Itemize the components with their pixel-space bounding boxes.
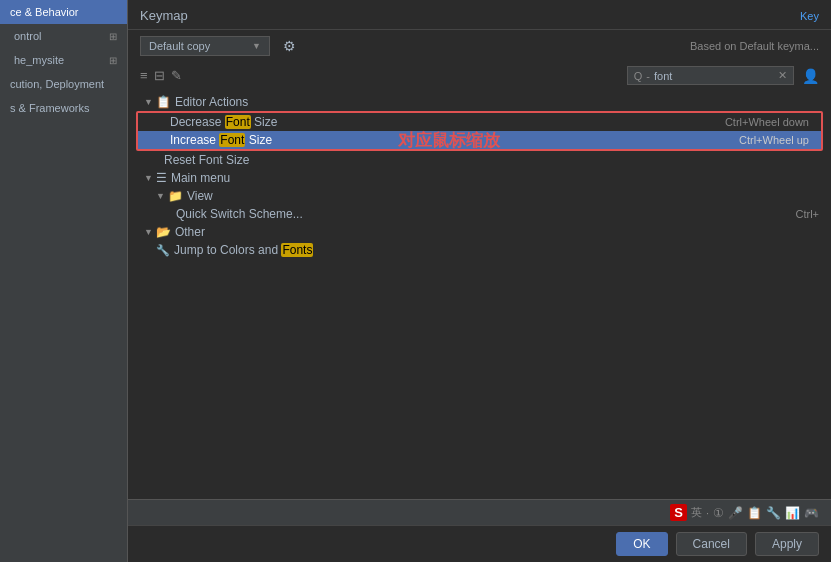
view-label: View: [187, 189, 819, 203]
taskbar-dot: ·: [706, 507, 709, 519]
taskbar-wrench-icon[interactable]: 🔧: [766, 506, 781, 520]
keymap-link[interactable]: Key: [800, 10, 819, 22]
keymap-title: Keymap: [140, 8, 188, 23]
search-separator: -: [646, 70, 650, 82]
taskbar: S 英 · ① 🎤 📋 🔧 📊 🎮: [128, 499, 831, 525]
ok-button[interactable]: OK: [616, 532, 667, 556]
quick-switch-shortcut: Ctrl+: [795, 208, 819, 220]
dropdown-arrow-icon: ▼: [252, 41, 261, 51]
toolbar-row: Default copy ▼ ⚙ Based on Default keyma.…: [128, 30, 831, 62]
tree-section-main-menu[interactable]: ▼ ☰ Main menu: [128, 169, 831, 187]
other-icon: 📂: [156, 225, 171, 239]
search-row: ≡ ⊟ ✎ Q - ✕ 👤: [128, 62, 831, 89]
search-box: Q - ✕: [627, 66, 794, 85]
sidebar-item-label: he_mysite: [14, 54, 64, 66]
toggle-icon: ▼: [156, 191, 165, 201]
reset-font-size-label: Reset Font Size: [164, 153, 819, 167]
keymap-header: Keymap Key: [128, 0, 831, 30]
increase-font-shortcut: Ctrl+Wheel up: [739, 134, 809, 146]
taskbar-chart-icon[interactable]: 📊: [785, 506, 800, 520]
settings-button[interactable]: ⚙: [278, 36, 301, 56]
quick-switch-label: Quick Switch Scheme...: [176, 207, 819, 221]
clear-icon[interactable]: ✕: [778, 69, 787, 82]
sidebar-item-frameworks[interactable]: s & Frameworks: [0, 96, 127, 120]
view-icon: 📁: [168, 189, 183, 203]
increase-font-size-item[interactable]: Increase Font Size 对应鼠标缩放 Ctrl+Wheel up: [138, 131, 821, 149]
toggle-icon: ▼: [144, 227, 153, 237]
red-border-group: Decrease Font Size Ctrl+Wheel down Incre…: [136, 111, 823, 151]
main-menu-label: Main menu: [171, 171, 819, 185]
tree-section-other[interactable]: ▼ 📂 Other: [128, 223, 831, 241]
annotation-text: 对应鼠标缩放: [398, 129, 500, 152]
taskbar-lang-icon[interactable]: 英: [691, 505, 702, 520]
jump-to-colors-item[interactable]: 🔧 Jump to Colors and Fonts: [128, 241, 831, 259]
taskbar-icons: S 英 · ① 🎤 📋 🔧 📊 🎮: [670, 504, 819, 521]
apply-button[interactable]: Apply: [755, 532, 819, 556]
based-on-label: Based on Default keyma...: [690, 40, 819, 52]
toggle-icon: ▼: [144, 173, 153, 183]
wrench-icon: 🔧: [156, 244, 170, 257]
sidebar-item-behavior[interactable]: ce & Behavior: [0, 0, 127, 24]
fonts-highlight: Fonts: [281, 243, 313, 257]
taskbar-game-icon[interactable]: 🎮: [804, 506, 819, 520]
tree-area: ▼ 📋 Editor Actions Decrease Font Size Ct…: [128, 89, 831, 499]
taskbar-circle-icon[interactable]: ①: [713, 506, 724, 520]
sidebar-item-mysite[interactable]: he_mysite ⊞: [0, 48, 127, 72]
tree-section-view[interactable]: ▼ 📁 View: [128, 187, 831, 205]
user-icon[interactable]: 👤: [802, 68, 819, 84]
other-label: Other: [175, 225, 819, 239]
cancel-button[interactable]: Cancel: [676, 532, 747, 556]
sidebar-item-control[interactable]: ontrol ⊞: [0, 24, 127, 48]
reset-font-size-item[interactable]: Reset Font Size: [128, 151, 831, 169]
scheme-name: Default copy: [149, 40, 210, 52]
sidebar-item-label: ce & Behavior: [10, 6, 78, 18]
taskbar-s-icon[interactable]: S: [670, 504, 687, 521]
scheme-dropdown[interactable]: Default copy ▼: [140, 36, 270, 56]
jump-to-colors-label: Jump to Colors and Fonts: [174, 243, 819, 257]
taskbar-mic-icon[interactable]: 🎤: [728, 506, 743, 520]
sidebar-item-label: cution, Deployment: [10, 78, 104, 90]
align-icon[interactable]: ≡: [140, 68, 148, 83]
edit-icon[interactable]: ✎: [171, 68, 182, 83]
quick-switch-scheme-item[interactable]: Quick Switch Scheme... Ctrl+: [128, 205, 831, 223]
tree-section-editor-actions[interactable]: ▼ 📋 Editor Actions: [128, 93, 831, 111]
main-menu-icon: ☰: [156, 171, 167, 185]
search-icon: Q: [634, 70, 643, 82]
editor-actions-icon: 📋: [156, 95, 171, 109]
action-icons: ≡ ⊟ ✎: [140, 68, 182, 83]
font-highlight: Font: [225, 115, 251, 129]
decrease-font-shortcut: Ctrl+Wheel down: [725, 116, 809, 128]
expand-icon: ⊞: [109, 55, 117, 66]
filter-icon[interactable]: ⊟: [154, 68, 165, 83]
sidebar: ce & Behavior ontrol ⊞ he_mysite ⊞ cutio…: [0, 0, 128, 562]
decrease-font-size-label: Decrease Font Size: [170, 115, 809, 129]
sidebar-item-execution[interactable]: cution, Deployment: [0, 72, 127, 96]
toggle-icon: ▼: [144, 97, 153, 107]
font-text: Font: [199, 153, 223, 167]
taskbar-clipboard-icon[interactable]: 📋: [747, 506, 762, 520]
expand-icon: ⊞: [109, 31, 117, 42]
bottom-buttons: OK Cancel Apply: [128, 525, 831, 562]
search-input[interactable]: [654, 70, 774, 82]
sidebar-item-label: ontrol: [14, 30, 42, 42]
sidebar-item-label: s & Frameworks: [10, 102, 89, 114]
editor-actions-label: Editor Actions: [175, 95, 819, 109]
content-area: Keymap Key Default copy ▼ ⚙ Based on Def…: [128, 0, 831, 562]
font-highlight: Font: [219, 133, 245, 147]
